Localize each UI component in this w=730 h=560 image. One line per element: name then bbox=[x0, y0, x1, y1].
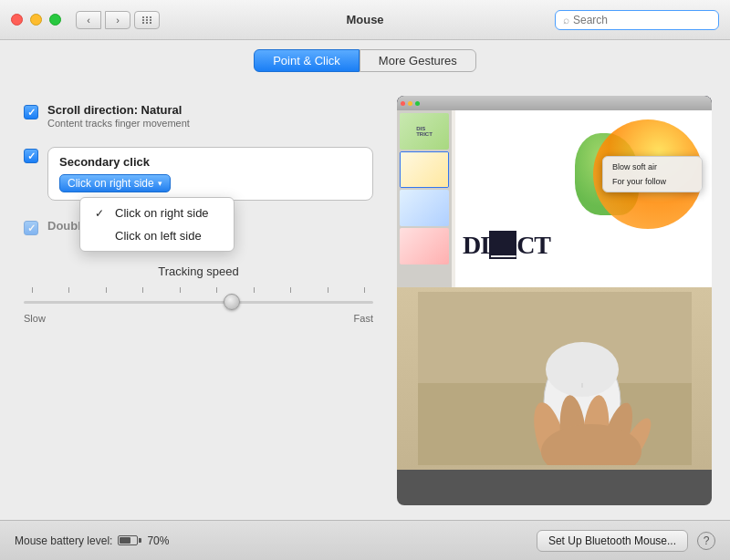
right-check-icon: ✓ bbox=[95, 207, 108, 220]
search-input[interactable] bbox=[573, 14, 711, 26]
slide-main-text: DI__CT bbox=[463, 231, 550, 260]
tracking-speed-title: Tracking speed bbox=[24, 264, 373, 278]
slide-thumb-3 bbox=[400, 190, 449, 226]
grid-button[interactable] bbox=[134, 11, 160, 29]
slider-container: Slow Fast bbox=[24, 287, 373, 324]
traffic-lights bbox=[11, 14, 61, 26]
battery-body bbox=[118, 535, 138, 545]
scroll-direction-label: Scroll direction: Natural bbox=[47, 103, 190, 117]
tracking-section: Tracking speed Sl bbox=[18, 257, 379, 331]
context-menu: Blow soft air For your follow bbox=[602, 156, 703, 192]
bottom-bar: Mouse battery level: 70% Set Up Bluetoot… bbox=[0, 520, 730, 560]
titlebar: ‹ › Mouse ⌕ bbox=[0, 0, 730, 40]
tab-more-gestures[interactable]: More Gestures bbox=[360, 49, 476, 72]
context-item-2[interactable]: For your follow bbox=[603, 174, 702, 189]
window-title: Mouse bbox=[346, 13, 383, 26]
scroll-direction-row: ✓ Scroll direction: Natural Content trac… bbox=[18, 96, 379, 136]
left-check-icon bbox=[95, 230, 108, 243]
context-item-1[interactable]: Blow soft air bbox=[603, 160, 702, 174]
slide-thumb-content-1: DISTRICT bbox=[400, 113, 449, 150]
secondary-click-title: Secondary click bbox=[59, 155, 361, 169]
bluetooth-button[interactable]: Set Up Bluetooth Mouse... bbox=[537, 530, 688, 552]
maximize-button[interactable] bbox=[49, 14, 61, 26]
main-content: ✓ Scroll direction: Natural Content trac… bbox=[0, 81, 730, 520]
dropdown-item-right[interactable]: ✓ Click on right side bbox=[80, 202, 234, 224]
screen-close-dot bbox=[401, 101, 405, 106]
nav-buttons: ‹ › bbox=[76, 11, 130, 29]
slider-track bbox=[24, 293, 373, 311]
hand-mouse-illustration bbox=[418, 292, 692, 465]
slide-thumb-2 bbox=[400, 151, 449, 188]
tracking-speed-slider[interactable] bbox=[24, 301, 373, 304]
double-tap-check-icon: ✓ bbox=[27, 223, 36, 234]
help-button[interactable]: ? bbox=[697, 532, 715, 550]
preview-screen: DISTRICT bbox=[397, 96, 712, 287]
secondary-click-card: Secondary click Click on right side ▾ ✓ … bbox=[47, 147, 373, 201]
minimize-button[interactable] bbox=[30, 14, 42, 26]
battery-label: Mouse battery level: bbox=[15, 534, 112, 547]
secondary-click-checkbox[interactable]: ✓ bbox=[24, 149, 38, 163]
double-tap-checkbox[interactable]: ✓ bbox=[24, 221, 38, 235]
scroll-checkbox-indicator: ✓ bbox=[24, 105, 38, 119]
slider-labels: Slow Fast bbox=[24, 313, 373, 324]
grid-icon bbox=[142, 16, 152, 24]
bottom-right: Set Up Bluetooth Mouse... ? bbox=[537, 530, 715, 552]
scroll-direction-description: Content tracks finger movement bbox=[47, 118, 190, 129]
secondary-checkbox-indicator: ✓ bbox=[24, 149, 38, 163]
battery-icon bbox=[118, 535, 141, 545]
dropdown-item-right-label: Click on right side bbox=[115, 206, 209, 220]
slide-thumb-content-3 bbox=[400, 190, 449, 226]
dropdown-item-left-label: Click on left side bbox=[115, 229, 202, 243]
secondary-click-dropdown[interactable]: Click on right side ▾ bbox=[59, 174, 171, 192]
main-slide: DI__CT Blow soft air For your follow bbox=[455, 110, 712, 287]
slow-label: Slow bbox=[24, 313, 46, 324]
secondary-check-icon: ✓ bbox=[27, 150, 36, 162]
hand-mouse-area bbox=[397, 287, 712, 470]
screen-max-dot bbox=[415, 101, 420, 106]
scroll-direction-text: Scroll direction: Natural Content tracks… bbox=[47, 103, 190, 129]
slide-thumb-content-2 bbox=[401, 152, 448, 187]
double-tap-checkbox-indicator: ✓ bbox=[24, 221, 38, 235]
close-button[interactable] bbox=[11, 14, 23, 26]
dropdown-item-left[interactable]: Click on left side bbox=[80, 224, 234, 247]
search-box[interactable]: ⌕ bbox=[555, 10, 719, 30]
right-panel: DISTRICT bbox=[397, 96, 712, 505]
back-button[interactable]: ‹ bbox=[76, 11, 101, 29]
tabbar: Point & Click More Gestures bbox=[0, 40, 730, 81]
secondary-click-section: ✓ Secondary click Click on right side ▾ … bbox=[18, 141, 379, 206]
presentation-content: DISTRICT bbox=[397, 110, 712, 287]
search-icon: ⌕ bbox=[563, 14, 569, 26]
scroll-direction-checkbox[interactable]: ✓ bbox=[24, 105, 38, 119]
slides-sidebar: DISTRICT bbox=[397, 110, 452, 287]
battery-tip bbox=[139, 538, 141, 543]
tab-point-click[interactable]: Point & Click bbox=[254, 49, 360, 72]
left-panel: ✓ Scroll direction: Natural Content trac… bbox=[18, 96, 379, 505]
slide-thumb-1: DISTRICT bbox=[400, 113, 449, 150]
battery-fill bbox=[120, 537, 130, 544]
screen-min-dot bbox=[408, 101, 412, 106]
fast-label: Fast bbox=[354, 313, 373, 324]
svg-point-3 bbox=[546, 342, 619, 397]
dropdown-selected-label: Click on right side bbox=[68, 177, 154, 190]
secondary-click-menu: ✓ Click on right side Click on left side bbox=[79, 197, 235, 252]
dropdown-arrow-icon: ▾ bbox=[158, 179, 162, 188]
battery-section: Mouse battery level: 70% bbox=[15, 534, 169, 547]
slide-thumb-content-4 bbox=[400, 228, 449, 264]
screen-header bbox=[397, 96, 712, 110]
preview-area: DISTRICT bbox=[397, 96, 712, 505]
check-icon: ✓ bbox=[27, 107, 36, 119]
slide-thumb-4 bbox=[400, 228, 449, 264]
forward-button[interactable]: › bbox=[105, 11, 130, 29]
battery-percent: 70% bbox=[147, 534, 169, 547]
